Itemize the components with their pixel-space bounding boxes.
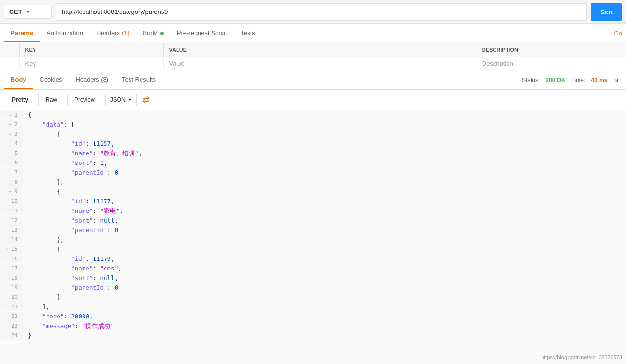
code-line: 24}	[0, 331, 626, 341]
line-number: 24	[0, 331, 23, 340]
line-number: 14	[0, 235, 23, 244]
code-line: 8 },	[0, 177, 626, 187]
code-line: 23 "message": "操作成功"	[0, 321, 626, 331]
line-content: "id": 11179,	[23, 254, 626, 264]
code-line: 17 "name": "ces",	[0, 264, 626, 273]
headers-badge: (1)	[122, 29, 130, 36]
line-content: "name": "ces",	[23, 264, 626, 273]
line-content: "id": 11177,	[23, 197, 626, 206]
code-line: ▾ 1{	[0, 110, 626, 120]
line-number: 20	[0, 293, 23, 302]
line-number: ▾ 3	[0, 129, 23, 139]
pretty-button[interactable]: Pretty	[5, 94, 35, 106]
line-number: 8	[0, 177, 23, 187]
body-dot	[160, 32, 164, 35]
line-number: 6	[0, 158, 23, 167]
line-content: "sort": null,	[23, 216, 626, 225]
fold-icon[interactable]: ▾	[6, 247, 8, 252]
fold-icon[interactable]: ▾	[9, 122, 11, 127]
line-number: 22	[0, 312, 23, 321]
send-button[interactable]: Sen	[591, 3, 622, 21]
body-toolbar: Pretty Raw Preview JSON ▾ ⇄	[0, 90, 626, 110]
line-number: 12	[0, 216, 23, 225]
resp-tab-cookies[interactable]: Cookies	[33, 71, 69, 89]
params-table: KEY VALUE DESCRIPTION Key Value Descript…	[0, 43, 626, 70]
code-line: 21 ],	[0, 302, 626, 312]
line-content: {	[23, 129, 626, 139]
format-arrow: ▾	[129, 96, 131, 103]
line-number: 21	[0, 302, 23, 311]
tab-headers[interactable]: Headers (1)	[90, 24, 136, 42]
line-number: ▾ 2	[0, 120, 23, 129]
key-cell[interactable]: Key	[19, 57, 163, 70]
line-content: "name": "教育、培训",	[23, 149, 626, 158]
top-bar: GET ▼ Sen	[0, 0, 626, 24]
tab-tests[interactable]: Tests	[234, 24, 262, 42]
method-arrow: ▼	[26, 9, 31, 14]
code-line: 20 }	[0, 293, 626, 302]
resp-tab-body[interactable]: Body	[4, 71, 33, 89]
line-number: 7	[0, 168, 23, 177]
code-area[interactable]: ▾ 1{▾ 2 "data": [▾ 3 {4 "id": 11157,5 "n…	[0, 110, 626, 364]
line-number: 11	[0, 206, 23, 215]
code-line: 22 "code": 20000,	[0, 312, 626, 321]
fold-icon[interactable]: ▾	[9, 113, 11, 117]
response-status: Status: 200 OK Time: 40 ms Si	[522, 77, 622, 83]
line-content: {	[23, 187, 626, 197]
col-checkbox	[0, 43, 19, 57]
resp-tab-test-results[interactable]: Test Results	[115, 71, 163, 89]
code-line: 10 "id": 11177,	[0, 197, 626, 206]
line-content: }	[23, 293, 626, 302]
format-select[interactable]: JSON ▾	[105, 94, 137, 106]
line-number: ▾ 15	[0, 245, 23, 254]
desc-cell[interactable]: Description	[476, 57, 626, 70]
url-input[interactable]	[56, 3, 587, 21]
tab-authorization[interactable]: Authorization	[40, 24, 90, 42]
tab-prerequest[interactable]: Pre-request Script	[170, 24, 234, 42]
col-value-header: VALUE	[163, 43, 476, 57]
col-key-header: KEY	[19, 43, 163, 57]
row-checkbox[interactable]	[0, 57, 19, 70]
line-content: "parentId": 0	[23, 225, 626, 235]
code-line: 13 "parentId": 0	[0, 225, 626, 235]
code-line: ▾ 15 {	[0, 245, 626, 254]
table-row: Key Value Description	[0, 57, 626, 70]
line-content: {	[23, 110, 626, 120]
line-number: ▾ 1	[0, 110, 23, 119]
line-number: 13	[0, 225, 23, 235]
line-content: "name": "家电",	[23, 206, 626, 216]
value-cell[interactable]: Value	[163, 57, 476, 70]
tab-body[interactable]: Body	[136, 24, 170, 42]
wrap-icon[interactable]: ⇄	[142, 94, 150, 105]
col-desc-header: DESCRIPTION	[476, 43, 626, 57]
line-content: "message": "操作成功"	[23, 321, 626, 331]
resp-tab-headers[interactable]: Headers (8)	[69, 71, 115, 89]
watermark: https://blog.csdn.net/qq_38526573	[541, 354, 622, 360]
time-label: Time:	[571, 77, 586, 83]
method-select[interactable]: GET ▼	[4, 5, 52, 19]
code-line: 5 "name": "教育、培训",	[0, 149, 626, 158]
method-label: GET	[9, 8, 22, 15]
line-number: 18	[0, 273, 23, 282]
code-line: 18 "sort": null,	[0, 273, 626, 283]
fold-icon[interactable]: ▾	[9, 132, 11, 137]
raw-button[interactable]: Raw	[38, 94, 64, 106]
preview-button[interactable]: Preview	[67, 94, 102, 106]
tab-co[interactable]: Co	[614, 30, 622, 37]
code-line: 11 "name": "家电",	[0, 206, 626, 216]
code-line: 4 "id": 11157,	[0, 139, 626, 149]
line-content: "code": 20000,	[23, 312, 626, 321]
tab-params[interactable]: Params	[4, 24, 40, 42]
line-content: "id": 11157,	[23, 139, 626, 149]
line-content: }	[23, 331, 626, 341]
response-tabs: Body Cookies Headers (8) Test Results St…	[0, 70, 626, 90]
line-content: },	[23, 235, 626, 245]
line-content: "parentId": 0	[23, 283, 626, 293]
line-number: 5	[0, 149, 23, 158]
fold-icon[interactable]: ▾	[9, 189, 11, 194]
line-number: 10	[0, 197, 23, 206]
line-content: "parentId": 0	[23, 168, 626, 177]
line-number: 19	[0, 283, 23, 292]
line-number: 17	[0, 264, 23, 273]
status-value: 200 OK	[545, 77, 565, 83]
